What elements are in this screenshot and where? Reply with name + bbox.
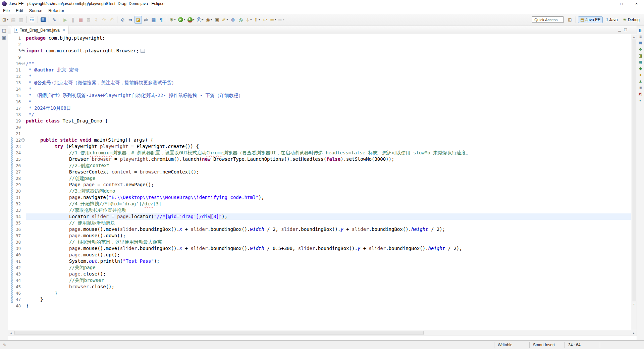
code-text[interactable]: package com.bjhg.playwright; [26,35,631,41]
menu-file[interactable]: File [0,8,13,14]
web-browser-button[interactable]: ⊚ [229,16,237,24]
back-dropdown-icon[interactable]: ▾ [275,18,276,21]
new-server-dropdown-icon[interactable]: ▾ [202,18,204,21]
close-window-button[interactable]: × [629,0,644,7]
new-wizard-dropdown-icon[interactable]: ▾ [7,18,8,21]
folded-region-indicator[interactable] [141,49,145,53]
coverage-button[interactable]: ▶▾ [186,16,196,24]
step-into-button[interactable]: ↧ [93,16,100,24]
code-text[interactable] [26,54,631,60]
code-text[interactable]: * @公众号:北京宏哥（微信搜索，关注宏哥，提前解锁更多测试干货） [26,80,631,86]
editor-tab[interactable]: J Test_Drag_Demo.java ✕ [11,26,68,34]
minimized-view-9-icon[interactable]: ▲ [639,79,643,83]
team-sync-dropdown-icon[interactable]: ▾ [211,18,212,21]
scroll-right-icon[interactable]: ▸ [631,330,637,336]
perspective-java-ee[interactable]: ⬒ Java EE [578,16,603,23]
forward-dropdown-icon[interactable]: ▾ [283,18,284,21]
code-text[interactable]: // 根据滑动的范围，这里使用滑动最大距离 [26,239,631,245]
binary-file-button[interactable]: 010 [29,16,36,24]
code-text[interactable]: //3.浏览器访问demo [26,188,631,194]
mark-text-dropdown-icon[interactable]: ▾ [227,18,228,21]
scroll-left-icon[interactable]: ◂ [8,330,14,336]
scroll-up-icon[interactable]: ▴ [631,34,637,39]
new-server-button[interactable]: Ⓢ▾ [196,16,205,24]
web-service-button[interactable]: ◎ [237,16,245,24]
horizontal-scrollbar[interactable]: ◂ ▸ [8,330,637,336]
code-text[interactable]: import com.microsoft.playwright.Browser; [26,48,631,54]
last-edit-location-button[interactable]: ↩ [261,16,269,24]
code-text[interactable]: } [26,290,631,296]
vertical-scrollbar[interactable]: ▴ ▾ [631,34,637,330]
step-over-button[interactable]: ↷ [100,16,108,24]
code-editor[interactable]: 1package com.bjhg.playwright;23+import c… [8,34,631,330]
maximize-editor-icon[interactable]: ▢ [624,27,627,32]
fold-collapse-icon[interactable]: − [21,138,25,142]
code-text[interactable]: * 《刚刚问世》系列初窥篇-Java+Playwright自动化测试-22- 操… [26,92,631,99]
code-text[interactable]: * @author 北京-宏哥 [26,67,631,73]
code-text[interactable]: public static void main(String[] args) { [26,137,631,143]
code-text[interactable] [26,41,631,48]
annotate-pen-button[interactable]: ✎ [51,16,58,24]
minimized-view-10-icon[interactable]: ■ [639,86,642,90]
open-perspective-button[interactable]: ⊞ [566,16,574,24]
minimized-view-2-icon[interactable]: ≡ [639,35,642,39]
horizontal-scroll-track[interactable] [14,330,631,336]
fold-collapse-icon[interactable]: − [21,62,25,65]
scroll-down-icon[interactable]: ▾ [631,302,637,307]
code-text[interactable]: //4.开始拖拽//*[@id='drag']/div[3] [26,201,631,207]
menu-refactor[interactable]: Refactor [45,8,67,14]
fetch-source-button[interactable]: ⇓▾ [245,16,253,24]
code-text[interactable]: page.mouse().up(); [26,252,631,258]
quick-access-input[interactable] [532,16,564,23]
code-text[interactable]: //关闭browser [26,277,631,284]
use-step-filters-button[interactable]: ◪ [135,16,142,24]
minimize-editor-icon[interactable]: ▁ [618,27,621,32]
minimized-view-12-icon[interactable]: ◐ [639,98,642,102]
project-explorer-view-icon[interactable]: ▣ [2,35,6,40]
code-text[interactable]: // 使用鼠标滑动滑块 [26,220,631,226]
horizontal-scroll-thumb[interactable] [14,331,424,335]
import-file-dropdown-icon[interactable]: ▾ [259,18,260,21]
debug-dropdown-icon[interactable]: ▾ [174,18,175,21]
resume-button[interactable]: ▶ [62,16,69,24]
code-text[interactable]: BrowserContext context = browser.newCont… [26,169,631,175]
skip-all-breakpoints-button[interactable]: ⊘ [119,16,126,24]
code-text[interactable]: * [26,73,631,80]
open-task-button[interactable]: ▣ [213,16,221,24]
minimize-window-button[interactable]: — [599,0,614,7]
code-text[interactable]: //关闭page [26,264,631,271]
disconnect-button[interactable]: ⊠ [85,16,92,24]
minimized-view-7-icon[interactable]: ◆ [639,66,642,70]
code-text[interactable]: page.mouse().down(); [26,233,631,239]
maximize-window-button[interactable]: □ [614,0,629,7]
team-sync-button[interactable]: ◉▾ [205,16,213,24]
minimized-view-5-icon[interactable]: ◨ [639,54,642,58]
save-button[interactable]: ▤ [10,16,17,24]
minimized-view-4-icon[interactable]: ❖ [639,47,642,51]
save-all-button[interactable]: ▥ [17,16,25,24]
code-text[interactable]: page.mouse().move(slider.boundingBox().x… [26,226,631,233]
code-text[interactable]: Locator slider = page.locator("//*[@id='… [26,213,631,220]
code-text[interactable]: //获取拖动按钮位置并拖动 [26,207,631,213]
code-text[interactable]: * [26,86,631,92]
code-text[interactable]: page.close(); [26,271,631,277]
fetch-source-dropdown-icon[interactable]: ▾ [250,18,252,21]
code-text[interactable]: * 2024年10月08日 [26,105,631,111]
code-text[interactable]: //2.创建context [26,162,631,169]
terminate-button[interactable]: ■ [77,16,85,24]
perspective-java[interactable]: J Java [603,16,620,23]
vertical-scroll-thumb[interactable] [632,40,636,301]
run-to-line-button[interactable]: ⇒ [127,16,134,24]
run-dropdown-icon[interactable]: ▾ [184,18,185,21]
code-text[interactable]: try (Playwright playwright = Playwright.… [26,143,631,150]
fold-expand-icon[interactable]: + [21,49,25,52]
code-text[interactable]: * [26,99,631,105]
code-text[interactable]: Page page = context.newPage(); [26,182,631,188]
code-text[interactable]: //1.使用chromium浏览器，# 浏览器配置，设置以GUI模式启动Chro… [26,150,631,156]
show-whitespace-button[interactable]: ¶ [158,16,165,24]
code-text[interactable]: page.navigate("E:\\Desktop\\test\\MouseD… [26,194,631,201]
code-text[interactable]: } [26,303,631,309]
code-text[interactable]: */ [26,111,631,118]
minimized-view-1-icon[interactable]: ◧ [639,28,642,32]
minimized-view-3-icon[interactable]: ▤ [639,41,642,45]
